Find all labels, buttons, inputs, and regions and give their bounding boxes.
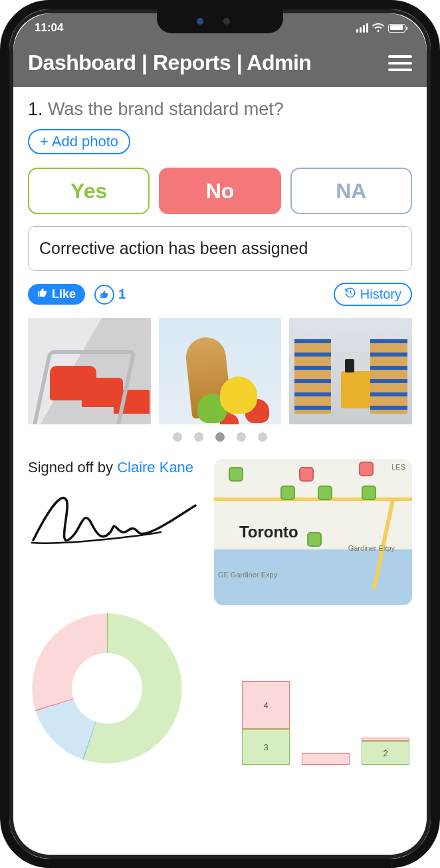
bar-column: 2 bbox=[362, 738, 409, 765]
answer-buttons: Yes No NA bbox=[28, 168, 412, 214]
map-pin[interactable] bbox=[307, 532, 322, 547]
thumbs-up-outline-icon bbox=[94, 285, 114, 305]
signal-icon bbox=[356, 23, 368, 33]
question-text: 1. Was the brand standard met? bbox=[28, 99, 412, 120]
bar-chart: 432 bbox=[197, 665, 409, 765]
like-button[interactable]: Like bbox=[28, 284, 85, 305]
bar-segment: 4 bbox=[242, 681, 290, 729]
like-count[interactable]: 1 bbox=[94, 285, 126, 305]
app-header: Dashboard | Reports | Admin bbox=[13, 43, 427, 87]
battery-icon bbox=[388, 24, 405, 33]
map-city-label: Toronto bbox=[239, 523, 298, 541]
note-input[interactable]: Corrective action has been assigned bbox=[28, 226, 412, 271]
bar-column: 43 bbox=[242, 681, 290, 765]
add-photo-button[interactable]: + Add photo bbox=[28, 129, 130, 154]
bar-column bbox=[302, 753, 350, 765]
signature-image bbox=[28, 486, 205, 561]
question-number: 1. bbox=[28, 99, 43, 119]
like-label: Like bbox=[52, 287, 76, 301]
map-widget[interactable]: Toronto LES Gardiner Expy GE Gardiner Ex… bbox=[214, 459, 412, 605]
wifi-icon bbox=[372, 23, 384, 33]
photo-thumbnail[interactable] bbox=[289, 318, 412, 424]
answer-na-button[interactable]: NA bbox=[290, 168, 412, 214]
signed-off-label: Signed off by Claire Kane bbox=[28, 459, 205, 476]
carousel-dots[interactable] bbox=[28, 432, 412, 442]
menu-icon[interactable] bbox=[388, 55, 412, 71]
map-label: Gardiner Expy bbox=[348, 544, 395, 552]
nav-title[interactable]: Dashboard | Reports | Admin bbox=[28, 51, 311, 75]
signed-off-prefix: Signed off by bbox=[28, 459, 117, 476]
history-button[interactable]: History bbox=[334, 283, 412, 306]
status-indicators bbox=[356, 23, 405, 33]
signed-off-name[interactable]: Claire Kane bbox=[117, 459, 193, 476]
map-label: GE Gardiner Expy bbox=[218, 571, 277, 579]
add-photo-label: + Add photo bbox=[40, 133, 118, 150]
map-pin[interactable] bbox=[362, 486, 376, 500]
donut-chart bbox=[31, 612, 183, 765]
bar-segment: 3 bbox=[242, 729, 290, 765]
answer-no-button[interactable]: No bbox=[159, 168, 280, 214]
question-body: Was the brand standard met? bbox=[48, 99, 284, 119]
history-icon bbox=[344, 287, 356, 302]
map-pin[interactable] bbox=[299, 467, 314, 482]
like-count-value: 1 bbox=[118, 287, 126, 302]
carousel-dot[interactable] bbox=[215, 432, 225, 442]
map-pin[interactable] bbox=[318, 486, 332, 500]
map-pin[interactable] bbox=[280, 486, 295, 500]
map-pin[interactable] bbox=[359, 462, 374, 476]
bar-segment: 2 bbox=[362, 741, 409, 765]
photo-carousel[interactable] bbox=[28, 318, 412, 424]
note-text: Corrective action has been assigned bbox=[39, 239, 308, 257]
answer-yes-button[interactable]: Yes bbox=[28, 168, 150, 214]
photo-thumbnail[interactable] bbox=[159, 318, 282, 424]
photo-thumbnail[interactable] bbox=[28, 318, 151, 424]
carousel-dot[interactable] bbox=[237, 432, 246, 442]
carousel-dot[interactable] bbox=[258, 432, 267, 442]
map-pin[interactable] bbox=[229, 467, 243, 482]
carousel-dot[interactable] bbox=[173, 432, 182, 442]
bar-segment bbox=[302, 753, 350, 765]
history-label: History bbox=[360, 287, 401, 302]
thumbs-up-icon bbox=[37, 287, 48, 301]
status-time: 11:04 bbox=[35, 21, 63, 35]
carousel-dot[interactable] bbox=[194, 432, 203, 442]
map-label: LES bbox=[391, 463, 405, 471]
